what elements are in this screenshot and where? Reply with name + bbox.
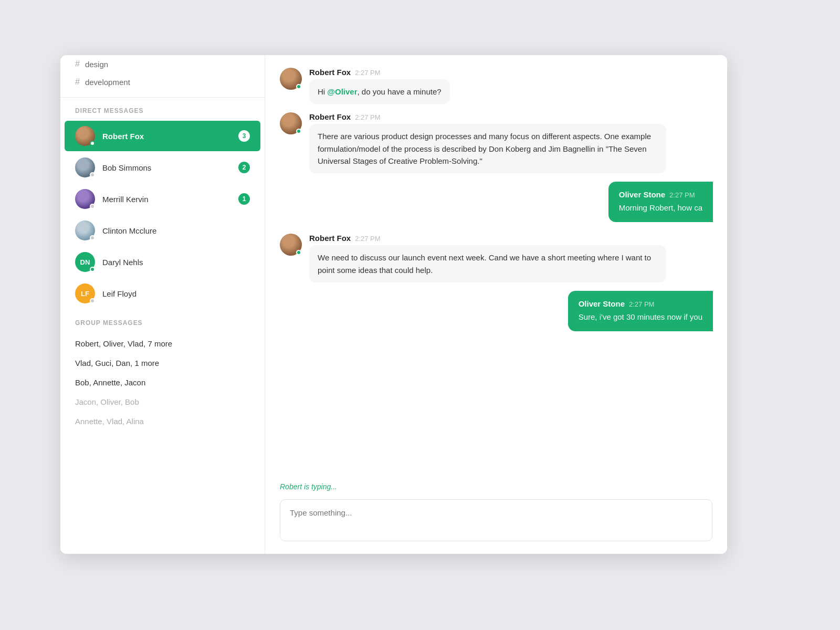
group-item-name: Robert, Oliver, Vlad, 7 more <box>75 339 172 348</box>
message-row-1: Robert Fox 2:27 PM Hi @Oliver, do you ha… <box>280 68 712 104</box>
dm-item-clinton-mcclure[interactable]: Clinton Mcclure <box>65 215 260 246</box>
chat-area: Robert Fox 2:27 PM Hi @Oliver, do you ha… <box>265 55 727 554</box>
msg-sender: Robert Fox <box>309 68 351 77</box>
group-section-label: GROUP MESSAGES <box>60 310 265 332</box>
status-dot-active <box>90 141 95 146</box>
avatar-wrap <box>75 189 95 209</box>
typing-indicator: Robert is typing... <box>265 479 727 494</box>
dm-item-leif-floyd[interactable]: LF Leif Floyd <box>65 278 260 309</box>
own-card-2: Oliver Stone 2:27 PM Sure, i've got 30 m… <box>568 291 713 331</box>
badge-robert-fox: 3 <box>238 130 250 142</box>
own-time-2: 2:27 PM <box>629 300 654 308</box>
channel-item-development[interactable]: # development <box>60 73 265 91</box>
dm-item-bob-simmons[interactable]: Bob Simmons 2 <box>65 152 260 183</box>
status-dot <box>296 129 301 134</box>
messages-list: Robert Fox 2:27 PM Hi @Oliver, do you ha… <box>265 55 727 479</box>
own-card-1: Oliver Stone 2:27 PM Morning Robert, how… <box>608 182 713 222</box>
sidebar: # design # development DIRECT MESSAGES R… <box>60 55 265 554</box>
message-avatar-robert-4 <box>280 234 302 256</box>
chat-input[interactable] <box>280 499 712 541</box>
chat-input-area <box>265 494 727 554</box>
message-content-2: Robert Fox 2:27 PM There are various pro… <box>309 112 666 173</box>
channel-name: design <box>85 60 108 69</box>
mention-oliver: @Oliver <box>327 87 357 96</box>
msg-sender-2: Robert Fox <box>309 112 351 121</box>
hash-icon: # <box>75 77 80 87</box>
dm-name-robert-fox: Robert Fox <box>102 132 238 141</box>
msg-sender-4: Robert Fox <box>309 234 351 243</box>
badge-merrill-kervin: 1 <box>238 193 250 205</box>
msg-header-4: Robert Fox 2:27 PM <box>309 234 666 243</box>
own-time-1: 2:27 PM <box>669 191 695 199</box>
status-dot-away <box>90 298 95 303</box>
dm-name-leif-floyd: Leif Floyd <box>102 289 250 298</box>
msg-time-4: 2:27 PM <box>355 235 380 243</box>
message-row-own-1: Oliver Stone 2:27 PM Morning Robert, how… <box>280 182 713 222</box>
avatar-wrap <box>75 126 95 146</box>
status-dot-away <box>90 235 95 240</box>
status-dot-4 <box>296 250 301 255</box>
hash-icon: # <box>75 59 80 69</box>
group-item-name: Vlad, Guci, Dan, 1 more <box>75 359 159 368</box>
own-sender-1: Oliver Stone <box>619 190 665 199</box>
avatar-wrap: DN <box>75 252 95 272</box>
msg-bubble-4: We need to discuss our launch event next… <box>309 245 666 282</box>
group-item-name: Jacon, Oliver, Bob <box>75 397 139 406</box>
message-content-4: Robert Fox 2:27 PM We need to discuss ou… <box>309 234 666 282</box>
own-text-2: Sure, i've got 30 minutes now if you <box>579 311 702 323</box>
group-messages-list: Robert, Oliver, Vlad, 7 more Vlad, Guci,… <box>60 334 265 431</box>
group-item-0[interactable]: Robert, Oliver, Vlad, 7 more <box>60 334 265 353</box>
message-content-1: Robert Fox 2:27 PM Hi @Oliver, do you ha… <box>309 68 450 104</box>
message-avatar-robert <box>280 68 302 90</box>
own-card-header-1: Oliver Stone 2:27 PM <box>619 190 702 199</box>
own-sender-2: Oliver Stone <box>579 299 625 308</box>
channels-section: # design # development <box>60 55 265 98</box>
group-item-3[interactable]: Jacon, Oliver, Bob <box>60 392 265 412</box>
dm-item-daryl-nehls[interactable]: DN Daryl Nehls <box>65 247 260 277</box>
dm-name-bob-simmons: Bob Simmons <box>102 163 238 172</box>
status-dot-away <box>90 172 95 177</box>
msg-header-2: Robert Fox 2:27 PM <box>309 112 666 121</box>
group-item-2[interactable]: Bob, Annette, Jacon <box>60 373 265 392</box>
dm-item-merrill-kervin[interactable]: Merrill Kervin 1 <box>65 184 260 214</box>
msg-time-2: 2:27 PM <box>355 113 380 121</box>
group-item-name: Annette, Vlad, Alina <box>75 417 144 426</box>
avatar-wrap <box>75 220 95 240</box>
dm-name-merrill-kervin: Merrill Kervin <box>102 195 238 204</box>
dm-section-label: DIRECT MESSAGES <box>60 98 265 120</box>
status-dot-active <box>90 267 95 272</box>
status-active-dot <box>296 84 301 89</box>
own-text-1: Morning Robert, how ca <box>619 202 702 214</box>
message-row-own-2: Oliver Stone 2:27 PM Sure, i've got 30 m… <box>280 291 713 331</box>
avatar-wrap: LF <box>75 284 95 303</box>
dm-name-clinton-mcclure: Clinton Mcclure <box>102 226 250 235</box>
msg-bubble-1: Hi @Oliver, do you have a minute? <box>309 79 450 104</box>
msg-time: 2:27 PM <box>355 69 380 77</box>
msg-header-1: Robert Fox 2:27 PM <box>309 68 450 77</box>
dm-list: Robert Fox 3 Bob Simmons 2 Merrill Kervi… <box>60 120 265 310</box>
message-avatar-robert-2 <box>280 112 302 134</box>
avatar-wrap <box>75 158 95 177</box>
badge-bob-simmons: 2 <box>238 162 250 173</box>
channel-item-design[interactable]: # design <box>60 55 265 73</box>
msg-bubble-2: There are various product design process… <box>309 124 666 173</box>
group-item-1[interactable]: Vlad, Guci, Dan, 1 more <box>60 353 265 373</box>
channel-name: development <box>85 78 130 87</box>
dm-name-daryl-nehls: Daryl Nehls <box>102 258 250 267</box>
own-card-header-2: Oliver Stone 2:27 PM <box>579 299 702 308</box>
dm-item-robert-fox[interactable]: Robert Fox 3 <box>65 121 260 151</box>
group-item-name: Bob, Annette, Jacon <box>75 378 145 387</box>
status-dot-away <box>90 204 95 209</box>
message-row-4: Robert Fox 2:27 PM We need to discuss ou… <box>280 234 712 282</box>
app-container: # design # development DIRECT MESSAGES R… <box>60 55 727 554</box>
group-item-4[interactable]: Annette, Vlad, Alina <box>60 412 265 431</box>
message-row-2: Robert Fox 2:27 PM There are various pro… <box>280 112 712 173</box>
